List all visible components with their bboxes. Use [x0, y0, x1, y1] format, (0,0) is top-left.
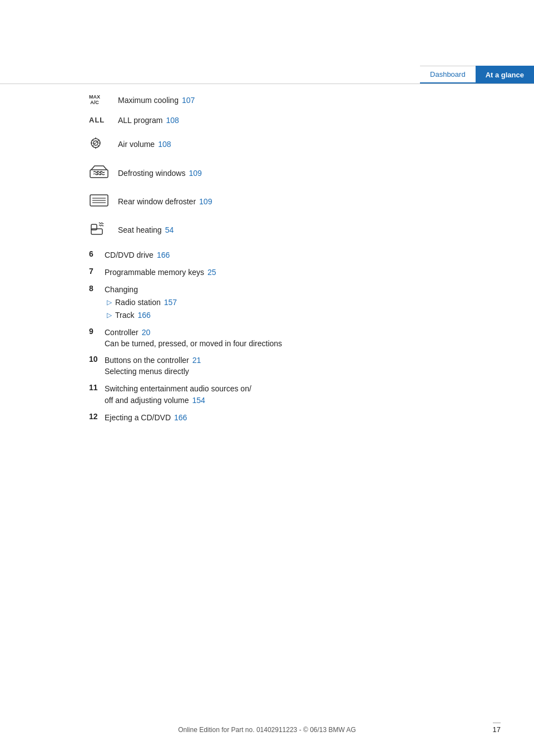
icon-row-all-program: ALL ALL program108	[89, 116, 501, 125]
item-9-content: Controller20 Can be turned, pressed, or …	[105, 327, 501, 350]
list-item-9: 9 Controller20 Can be turned, pressed, o…	[89, 327, 501, 350]
list-item-11: 11 Switching entertainment audio sources…	[89, 383, 501, 406]
item-12-content: Ejecting a CD/DVD166	[105, 412, 501, 424]
rear-defroster-label: Rear window defroster109	[118, 197, 212, 206]
seat-heating-icon	[89, 221, 107, 239]
item-12-number: 12	[89, 412, 105, 421]
item-7-content: Programmable memory keys25	[105, 267, 501, 278]
numbered-list: 6 CD/DVD drive166 7 Programmable memory …	[89, 249, 501, 424]
list-item-7: 7 Programmable memory keys25	[89, 267, 501, 278]
svg-rect-10	[90, 170, 108, 178]
all-program-label: ALL program108	[118, 116, 179, 125]
icon-row-defrost-windows: Defrosting windows109	[89, 164, 501, 183]
svg-line-6	[93, 140, 94, 141]
item-8-content: Changing ▷ Radio station 157 ▷ Track 166	[105, 284, 501, 321]
tab-at-a-glance-label: At a glance	[486, 71, 524, 79]
svg-line-8	[98, 140, 99, 141]
item-10-number: 10	[89, 355, 105, 364]
max-ac-icon: MAX A/C	[89, 95, 100, 106]
defrost-windows-label: Defrosting windows109	[118, 169, 202, 178]
svg-line-9	[93, 145, 94, 146]
all-icon-cell: ALL	[89, 116, 118, 124]
seat-heating-icon-cell	[89, 221, 118, 239]
list-item-8: 8 Changing ▷ Radio station 157 ▷ Track 1…	[89, 284, 501, 321]
list-item-12: 12 Ejecting a CD/DVD166	[89, 412, 501, 424]
item-9-desc: Can be turned, pressed, or moved in four…	[105, 338, 501, 350]
item-11-content: Switching entertainment audio sources on…	[105, 383, 501, 406]
page-number: 17	[493, 723, 501, 734]
header-line	[0, 84, 534, 84]
arrow-icon-track: ▷	[107, 310, 112, 320]
footer-text: Online Edition for Part no. 01402911223 …	[178, 726, 356, 734]
all-icon: ALL	[89, 116, 105, 124]
max-ac-icon-cell: MAX A/C	[89, 95, 118, 106]
tab-dashboard[interactable]: Dashboard	[420, 66, 476, 84]
header-tabs: Dashboard At a glance	[420, 66, 534, 84]
icon-row-max-cooling: MAX A/C Maximum cooling107	[89, 95, 501, 106]
air-volume-label: Air volume108	[118, 140, 171, 149]
item-8-number: 8	[89, 284, 105, 293]
tab-dashboard-label: Dashboard	[430, 70, 466, 78]
icon-row-air-volume: Air volume108	[89, 135, 501, 154]
item-11-number: 11	[89, 383, 105, 392]
page-container: Dashboard At a glance MAX A/C Maximum co…	[0, 0, 534, 756]
defrost-windows-icon	[89, 164, 109, 183]
max-cooling-label: Maximum cooling107	[118, 96, 195, 105]
rear-defroster-icon-cell	[89, 193, 118, 211]
icon-row-rear-defroster: Rear window defroster109	[89, 193, 501, 211]
sub-item-radio-station: ▷ Radio station 157	[107, 297, 501, 308]
air-volume-icon	[89, 135, 107, 154]
defrost-windows-icon-cell	[89, 164, 118, 183]
item-6-number: 6	[89, 249, 105, 258]
air-volume-icon-cell	[89, 135, 118, 154]
tab-at-a-glance[interactable]: At a glance	[476, 66, 534, 84]
item-10-desc: Selecting menus directly	[105, 366, 501, 377]
sub-item-track: ▷ Track 166	[107, 310, 501, 321]
item-10-content: Buttons on the controller21 Selecting me…	[105, 355, 501, 377]
rear-defroster-icon	[89, 193, 109, 211]
icon-row-seat-heating: Seat heating54	[89, 221, 501, 239]
svg-line-7	[98, 145, 99, 146]
arrow-icon-radio: ▷	[107, 297, 112, 307]
content: MAX A/C Maximum cooling107 ALL ALL progr…	[89, 95, 501, 429]
list-item-10: 10 Buttons on the controller21 Selecting…	[89, 355, 501, 377]
item-9-number: 9	[89, 327, 105, 336]
list-item-6: 6 CD/DVD drive166	[89, 249, 501, 261]
footer: Online Edition for Part no. 01402911223 …	[0, 726, 534, 734]
item-6-content: CD/DVD drive166	[105, 249, 501, 261]
seat-heating-label: Seat heating54	[118, 225, 174, 234]
item-7-number: 7	[89, 267, 105, 276]
